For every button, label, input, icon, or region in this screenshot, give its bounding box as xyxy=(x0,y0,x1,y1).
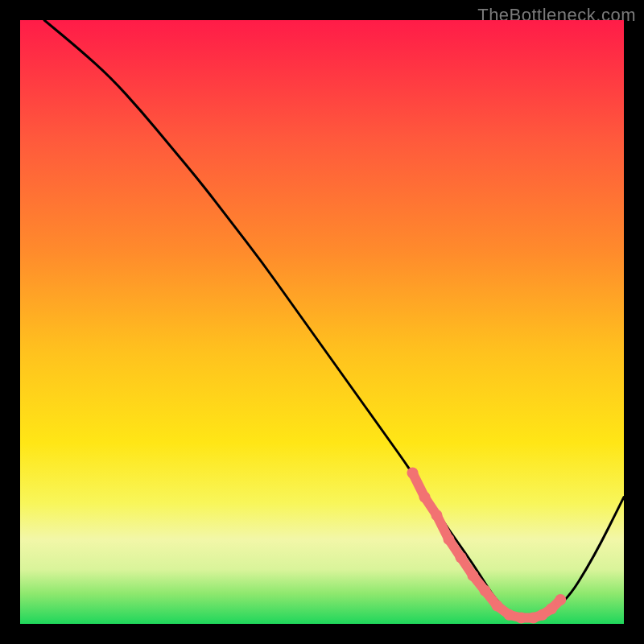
highlight-dot xyxy=(468,570,479,581)
chart-svg xyxy=(20,20,624,624)
highlight-dot xyxy=(492,601,503,612)
highlight-dot xyxy=(480,585,491,597)
highlight-dot xyxy=(516,613,527,624)
highlight-dot xyxy=(456,552,467,564)
highlight-dot xyxy=(546,603,557,614)
highlight-dot xyxy=(419,492,431,503)
chart-plot-area xyxy=(20,20,624,624)
highlight-dot xyxy=(504,609,515,621)
highlight-dot xyxy=(431,510,443,521)
highlight-dot xyxy=(444,534,455,545)
highlight-dot xyxy=(407,468,419,479)
highlight-dot xyxy=(555,594,566,605)
chart-background-gradient xyxy=(20,20,624,624)
